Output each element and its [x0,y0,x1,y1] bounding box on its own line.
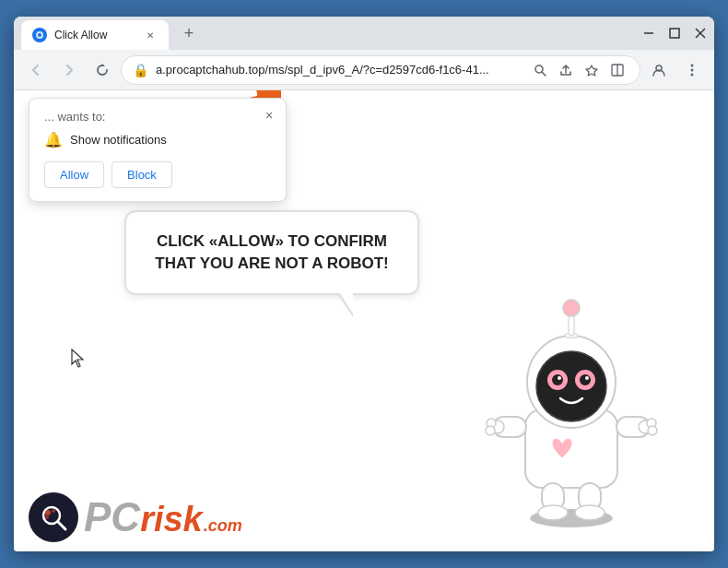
menu-dots-icon [690,63,694,77]
cursor-svg [71,349,88,369]
minimize-icon [642,27,655,40]
bell-icon: 🔔 [44,131,63,148]
window-controls [642,27,707,40]
svg-point-36 [648,426,657,435]
split-view-button[interactable] [606,59,628,81]
reload-button[interactable] [88,55,117,85]
svg-point-40 [575,505,605,520]
profile-icon [652,63,666,77]
profile-button[interactable] [644,55,674,85]
mouse-cursor [71,349,88,373]
svg-point-1 [38,33,41,37]
pcrisk-search-icon [29,492,78,542]
close-icon[interactable] [694,27,707,40]
svg-point-24 [558,376,561,380]
lock-icon: 🔒 [133,63,148,77]
svg-line-42 [58,522,65,529]
share-button[interactable] [555,59,577,81]
svg-point-44 [52,509,55,513]
svg-point-22 [552,374,563,385]
block-button[interactable]: Block [112,161,172,188]
magnifier-icon [39,503,68,532]
svg-point-6 [535,65,543,73]
svg-point-13 [691,68,694,71]
browser-tab[interactable]: Click Allow ✕ [21,20,169,50]
forward-icon [62,63,76,77]
address-bar[interactable]: 🔒 a.procaptchahub.top/ms/spl_d_ipv6_A/?c… [121,55,640,85]
tab-close-button[interactable]: ✕ [143,28,158,42]
maximize-icon [668,27,681,40]
svg-point-33 [486,426,495,435]
browser-window: Click Allow ✕ + 🔒 a.procaptchahub.top/ms… [14,17,714,551]
bookmark-button[interactable] [581,59,603,81]
dotcom-text: .com [204,516,242,536]
popup-wants-text: ... wants to: [44,110,271,124]
navbar: 🔒 a.procaptchahub.top/ms/spl_d_ipv6_A/?c… [14,50,714,90]
split-icon [611,64,624,77]
robot-svg [484,262,659,529]
popup-close-button[interactable]: × [260,106,278,124]
address-icons [529,59,628,81]
back-icon [29,63,43,77]
share-icon [559,64,572,77]
reload-icon [95,63,110,77]
svg-point-43 [45,510,51,515]
pcrisk-logo: PC risk .com [29,492,242,542]
svg-point-45 [45,515,49,519]
notification-popup: × ... wants to: 🔔 Show notifications All… [29,98,287,202]
tab-favicon [32,28,47,42]
svg-point-14 [691,73,694,76]
svg-point-28 [563,300,580,316]
svg-point-19 [536,351,606,421]
pc-text: PC [84,497,140,538]
page-content: × ... wants to: 🔔 Show notifications All… [14,90,714,551]
new-tab-button[interactable]: + [176,20,202,46]
svg-marker-8 [586,65,597,76]
svg-point-23 [580,374,591,385]
allow-button[interactable]: Allow [44,161,104,188]
svg-rect-3 [670,29,679,38]
notification-label: Show notifications [70,133,167,147]
robot-image [484,262,659,533]
forward-button[interactable] [54,55,84,85]
speech-bubble-tail [338,295,353,317]
tab-title: Click Allow [54,29,135,41]
search-lens-button[interactable] [529,59,551,81]
pcrisk-text-container: PC risk .com [84,497,242,538]
notification-row: 🔔 Show notifications [44,131,271,148]
search-icon [534,64,546,77]
risk-text: risk [140,502,203,537]
svg-point-12 [691,64,694,66]
bookmark-icon [585,64,598,77]
titlebar: Click Allow ✕ + [14,17,714,50]
back-button[interactable] [21,55,51,85]
headline-text: CLICK «ALLOW» TO CONFIRM THAT YOU ARE NO… [155,232,388,272]
url-text: a.procaptchahub.top/ms/spl_d_ipv6_A/?c=d… [156,63,522,77]
svg-line-7 [543,72,546,76]
menu-button[interactable] [677,55,707,85]
speech-bubble-container: CLICK «ALLOW» TO CONFIRM THAT YOU ARE NO… [124,210,419,317]
svg-point-25 [585,376,589,380]
svg-point-39 [538,505,568,520]
popup-buttons: Allow Block [44,161,271,188]
speech-bubble: CLICK «ALLOW» TO CONFIRM THAT YOU ARE NO… [124,210,419,295]
